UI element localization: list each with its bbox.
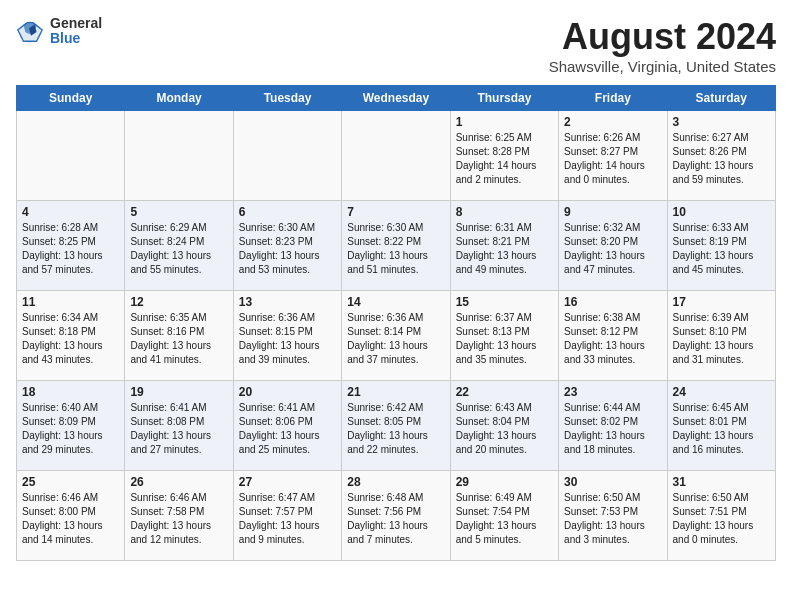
day-info: Sunrise: 6:25 AMSunset: 8:28 PMDaylight:…: [456, 131, 553, 187]
calendar-cell: [233, 111, 341, 201]
calendar-cell: 2Sunrise: 6:26 AMSunset: 8:27 PMDaylight…: [559, 111, 667, 201]
day-number: 2: [564, 115, 661, 129]
calendar-cell: 31Sunrise: 6:50 AMSunset: 7:51 PMDayligh…: [667, 471, 775, 561]
day-info: Sunrise: 6:30 AMSunset: 8:23 PMDaylight:…: [239, 221, 336, 277]
calendar-cell: 1Sunrise: 6:25 AMSunset: 8:28 PMDaylight…: [450, 111, 558, 201]
day-number: 9: [564, 205, 661, 219]
day-info: Sunrise: 6:46 AMSunset: 8:00 PMDaylight:…: [22, 491, 119, 547]
calendar-cell: 16Sunrise: 6:38 AMSunset: 8:12 PMDayligh…: [559, 291, 667, 381]
day-info: Sunrise: 6:34 AMSunset: 8:18 PMDaylight:…: [22, 311, 119, 367]
day-info: Sunrise: 6:26 AMSunset: 8:27 PMDaylight:…: [564, 131, 661, 187]
calendar-cell: 21Sunrise: 6:42 AMSunset: 8:05 PMDayligh…: [342, 381, 450, 471]
day-number: 7: [347, 205, 444, 219]
header-sunday: Sunday: [17, 86, 125, 111]
header-tuesday: Tuesday: [233, 86, 341, 111]
calendar-cell: [125, 111, 233, 201]
logo-blue: Blue: [50, 31, 102, 46]
calendar-cell: 26Sunrise: 6:46 AMSunset: 7:58 PMDayligh…: [125, 471, 233, 561]
calendar-table: SundayMondayTuesdayWednesdayThursdayFrid…: [16, 85, 776, 561]
calendar-cell: 29Sunrise: 6:49 AMSunset: 7:54 PMDayligh…: [450, 471, 558, 561]
calendar-cell: [342, 111, 450, 201]
calendar-cell: 5Sunrise: 6:29 AMSunset: 8:24 PMDaylight…: [125, 201, 233, 291]
calendar-week-3: 11Sunrise: 6:34 AMSunset: 8:18 PMDayligh…: [17, 291, 776, 381]
day-number: 19: [130, 385, 227, 399]
day-info: Sunrise: 6:41 AMSunset: 8:08 PMDaylight:…: [130, 401, 227, 457]
day-info: Sunrise: 6:43 AMSunset: 8:04 PMDaylight:…: [456, 401, 553, 457]
logo: General Blue: [16, 16, 102, 47]
header: General Blue August 2024 Shawsville, Vir…: [16, 16, 776, 75]
day-number: 5: [130, 205, 227, 219]
day-info: Sunrise: 6:48 AMSunset: 7:56 PMDaylight:…: [347, 491, 444, 547]
logo-icon: [16, 17, 44, 45]
page-subtitle: Shawsville, Virginia, United States: [549, 58, 776, 75]
day-number: 3: [673, 115, 770, 129]
day-info: Sunrise: 6:32 AMSunset: 8:20 PMDaylight:…: [564, 221, 661, 277]
day-info: Sunrise: 6:44 AMSunset: 8:02 PMDaylight:…: [564, 401, 661, 457]
header-wednesday: Wednesday: [342, 86, 450, 111]
calendar-cell: 11Sunrise: 6:34 AMSunset: 8:18 PMDayligh…: [17, 291, 125, 381]
header-friday: Friday: [559, 86, 667, 111]
day-number: 10: [673, 205, 770, 219]
day-number: 27: [239, 475, 336, 489]
calendar-cell: 12Sunrise: 6:35 AMSunset: 8:16 PMDayligh…: [125, 291, 233, 381]
day-number: 24: [673, 385, 770, 399]
day-number: 15: [456, 295, 553, 309]
day-info: Sunrise: 6:50 AMSunset: 7:53 PMDaylight:…: [564, 491, 661, 547]
calendar-cell: 28Sunrise: 6:48 AMSunset: 7:56 PMDayligh…: [342, 471, 450, 561]
header-saturday: Saturday: [667, 86, 775, 111]
day-number: 26: [130, 475, 227, 489]
calendar-week-4: 18Sunrise: 6:40 AMSunset: 8:09 PMDayligh…: [17, 381, 776, 471]
calendar-cell: 22Sunrise: 6:43 AMSunset: 8:04 PMDayligh…: [450, 381, 558, 471]
calendar-cell: 18Sunrise: 6:40 AMSunset: 8:09 PMDayligh…: [17, 381, 125, 471]
calendar-cell: 13Sunrise: 6:36 AMSunset: 8:15 PMDayligh…: [233, 291, 341, 381]
calendar-week-1: 1Sunrise: 6:25 AMSunset: 8:28 PMDaylight…: [17, 111, 776, 201]
calendar-cell: 25Sunrise: 6:46 AMSunset: 8:00 PMDayligh…: [17, 471, 125, 561]
day-info: Sunrise: 6:36 AMSunset: 8:14 PMDaylight:…: [347, 311, 444, 367]
calendar-cell: 7Sunrise: 6:30 AMSunset: 8:22 PMDaylight…: [342, 201, 450, 291]
calendar-cell: 14Sunrise: 6:36 AMSunset: 8:14 PMDayligh…: [342, 291, 450, 381]
day-number: 20: [239, 385, 336, 399]
day-number: 29: [456, 475, 553, 489]
day-info: Sunrise: 6:30 AMSunset: 8:22 PMDaylight:…: [347, 221, 444, 277]
day-info: Sunrise: 6:40 AMSunset: 8:09 PMDaylight:…: [22, 401, 119, 457]
day-info: Sunrise: 6:35 AMSunset: 8:16 PMDaylight:…: [130, 311, 227, 367]
day-number: 18: [22, 385, 119, 399]
calendar-cell: 17Sunrise: 6:39 AMSunset: 8:10 PMDayligh…: [667, 291, 775, 381]
day-info: Sunrise: 6:50 AMSunset: 7:51 PMDaylight:…: [673, 491, 770, 547]
calendar-header-row: SundayMondayTuesdayWednesdayThursdayFrid…: [17, 86, 776, 111]
day-number: 31: [673, 475, 770, 489]
header-monday: Monday: [125, 86, 233, 111]
day-info: Sunrise: 6:42 AMSunset: 8:05 PMDaylight:…: [347, 401, 444, 457]
day-info: Sunrise: 6:31 AMSunset: 8:21 PMDaylight:…: [456, 221, 553, 277]
logo-text: General Blue: [50, 16, 102, 47]
day-info: Sunrise: 6:39 AMSunset: 8:10 PMDaylight:…: [673, 311, 770, 367]
day-number: 16: [564, 295, 661, 309]
day-info: Sunrise: 6:47 AMSunset: 7:57 PMDaylight:…: [239, 491, 336, 547]
calendar-cell: 6Sunrise: 6:30 AMSunset: 8:23 PMDaylight…: [233, 201, 341, 291]
day-info: Sunrise: 6:27 AMSunset: 8:26 PMDaylight:…: [673, 131, 770, 187]
day-info: Sunrise: 6:28 AMSunset: 8:25 PMDaylight:…: [22, 221, 119, 277]
day-number: 8: [456, 205, 553, 219]
day-number: 14: [347, 295, 444, 309]
day-number: 30: [564, 475, 661, 489]
calendar-cell: 20Sunrise: 6:41 AMSunset: 8:06 PMDayligh…: [233, 381, 341, 471]
logo-general: General: [50, 16, 102, 31]
calendar-cell: 24Sunrise: 6:45 AMSunset: 8:01 PMDayligh…: [667, 381, 775, 471]
calendar-cell: 9Sunrise: 6:32 AMSunset: 8:20 PMDaylight…: [559, 201, 667, 291]
calendar-cell: 19Sunrise: 6:41 AMSunset: 8:08 PMDayligh…: [125, 381, 233, 471]
day-number: 13: [239, 295, 336, 309]
calendar-cell: 30Sunrise: 6:50 AMSunset: 7:53 PMDayligh…: [559, 471, 667, 561]
day-info: Sunrise: 6:33 AMSunset: 8:19 PMDaylight:…: [673, 221, 770, 277]
day-number: 11: [22, 295, 119, 309]
day-number: 4: [22, 205, 119, 219]
header-thursday: Thursday: [450, 86, 558, 111]
calendar-cell: 3Sunrise: 6:27 AMSunset: 8:26 PMDaylight…: [667, 111, 775, 201]
day-info: Sunrise: 6:41 AMSunset: 8:06 PMDaylight:…: [239, 401, 336, 457]
calendar-cell: 23Sunrise: 6:44 AMSunset: 8:02 PMDayligh…: [559, 381, 667, 471]
day-info: Sunrise: 6:37 AMSunset: 8:13 PMDaylight:…: [456, 311, 553, 367]
day-number: 17: [673, 295, 770, 309]
calendar-cell: 8Sunrise: 6:31 AMSunset: 8:21 PMDaylight…: [450, 201, 558, 291]
calendar-cell: 4Sunrise: 6:28 AMSunset: 8:25 PMDaylight…: [17, 201, 125, 291]
calendar-cell: 27Sunrise: 6:47 AMSunset: 7:57 PMDayligh…: [233, 471, 341, 561]
day-info: Sunrise: 6:29 AMSunset: 8:24 PMDaylight:…: [130, 221, 227, 277]
